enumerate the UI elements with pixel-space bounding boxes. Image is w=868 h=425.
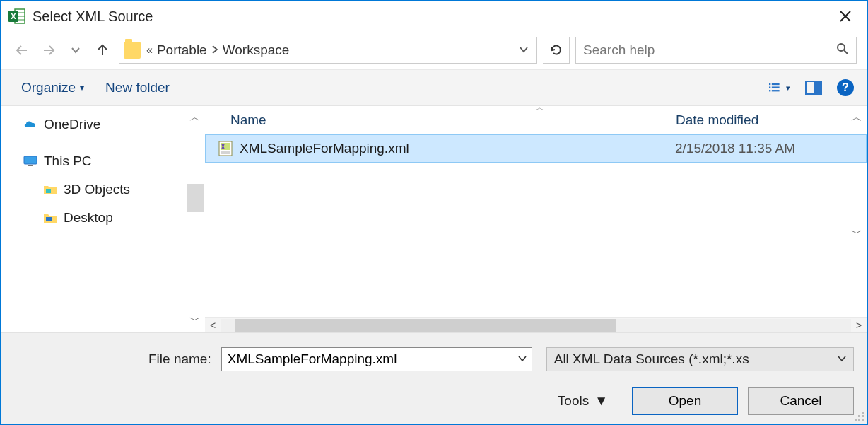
svg-rect-17 <box>769 90 770 91</box>
tree-item-label: OneDrive <box>44 117 100 132</box>
recent-locations-button[interactable] <box>65 40 86 61</box>
file-type-filter[interactable]: All XML Data Sources (*.xml;*.xs <box>546 347 854 371</box>
column-header-name[interactable]: Name <box>205 112 676 128</box>
hscroll-thumb[interactable] <box>235 319 616 332</box>
new-folder-label: New folder <box>105 80 170 95</box>
breadcrumb-part-2[interactable]: Workspace <box>223 42 290 58</box>
filter-caret-icon <box>838 354 846 364</box>
preview-pane-button[interactable] <box>803 77 824 98</box>
chevron-right-icon <box>211 44 218 57</box>
tree-item-3d-objects[interactable]: 3D Objects <box>14 175 205 204</box>
column-header-date[interactable]: Date modified <box>676 112 867 128</box>
close-button[interactable] <box>831 5 860 28</box>
dialog-window: X Select XML Source « Portable <box>0 0 868 425</box>
xml-file-icon <box>206 140 234 157</box>
nav-bar: « Portable Workspace <box>1 31 867 69</box>
tree-item-label: Desktop <box>64 210 113 226</box>
view-options: ▾ ? <box>769 77 854 98</box>
svg-rect-15 <box>769 86 770 88</box>
filter-text: All XML Data Sources (*.xml;*.xs <box>554 351 749 367</box>
tools-caret-icon: ▼ <box>594 393 608 409</box>
search-box[interactable] <box>575 37 857 64</box>
svg-point-11 <box>838 44 845 51</box>
hscroll-left[interactable]: < <box>205 320 221 331</box>
cloud-icon <box>23 117 38 132</box>
file-date: 2/15/2018 11:35 AM <box>675 141 866 156</box>
address-dropdown[interactable] <box>520 45 532 56</box>
open-button[interactable]: Open <box>632 387 738 415</box>
file-name: XMLSampleForMapping.xml <box>234 141 675 156</box>
footer: File name: All XML Data Sources (*.xml;*… <box>1 332 867 424</box>
list-scroll-up[interactable]: ︿ <box>851 110 862 125</box>
pc-icon <box>23 153 38 169</box>
dialog-title: Select XML Source <box>33 8 153 25</box>
filename-input[interactable] <box>221 347 532 371</box>
list-scroll-down[interactable]: ﹀ <box>851 226 862 241</box>
tree-scrollbar-thumb[interactable] <box>187 184 204 212</box>
tree-item-onedrive[interactable]: OneDrive <box>14 110 205 139</box>
svg-rect-18 <box>772 90 780 91</box>
filename-dropdown[interactable] <box>518 354 527 364</box>
command-bar: Organize ▾ New folder ▾ ? <box>1 69 867 106</box>
svg-line-12 <box>844 50 848 54</box>
horizontal-scrollbar[interactable]: < > <box>205 317 867 332</box>
tree-item-label: This PC <box>44 153 92 169</box>
folder-icon <box>124 42 141 59</box>
tree-scroll-down[interactable]: ﹀ <box>189 313 201 328</box>
search-input[interactable] <box>583 42 836 58</box>
breadcrumb-prefix: « <box>146 44 153 57</box>
back-button[interactable] <box>11 40 33 61</box>
file-list: ︿ Name Date modified ︿ XMLSampleForMappi… <box>205 106 867 332</box>
navigation-tree[interactable]: ︿ OneDrive This PC 3D Objects <box>1 106 205 332</box>
file-row[interactable]: XMLSampleForMapping.xml 2/15/2018 11:35 … <box>205 134 867 163</box>
svg-rect-22 <box>28 165 33 166</box>
svg-rect-24 <box>46 217 52 221</box>
filename-label: File name: <box>148 351 211 367</box>
hscroll-right[interactable]: > <box>851 320 867 331</box>
hscroll-track[interactable] <box>221 319 851 332</box>
breadcrumb-part-1[interactable]: Portable <box>157 42 207 58</box>
organize-menu[interactable]: Organize ▾ <box>21 80 84 95</box>
refresh-button[interactable] <box>543 37 570 64</box>
svg-rect-14 <box>772 83 780 85</box>
tools-menu[interactable]: Tools ▼ <box>558 393 608 409</box>
title-bar: X Select XML Source <box>1 1 867 31</box>
new-folder-button[interactable]: New folder <box>105 80 170 95</box>
folder-icon <box>42 182 58 197</box>
forward-button[interactable] <box>38 40 59 61</box>
resize-grip[interactable] <box>854 411 864 421</box>
excel-icon: X <box>7 6 27 26</box>
svg-rect-23 <box>46 189 51 193</box>
svg-rect-16 <box>772 86 780 88</box>
folder-icon <box>42 210 58 226</box>
organize-label: Organize <box>21 80 76 95</box>
column-resize-indicator: ︿ <box>536 102 544 114</box>
svg-rect-26 <box>221 143 230 150</box>
svg-rect-21 <box>24 156 37 164</box>
tree-item-this-pc[interactable]: This PC <box>14 147 205 175</box>
svg-text:X: X <box>11 12 16 21</box>
search-icon[interactable] <box>836 42 849 59</box>
up-button[interactable] <box>92 40 113 61</box>
tools-label: Tools <box>558 393 589 409</box>
help-button[interactable]: ? <box>837 79 854 96</box>
svg-rect-13 <box>769 83 770 85</box>
tree-item-desktop[interactable]: Desktop <box>14 204 205 232</box>
svg-rect-20 <box>814 81 821 94</box>
view-mode-button[interactable]: ▾ <box>769 77 790 98</box>
tree-item-label: 3D Objects <box>64 182 130 197</box>
cancel-button[interactable]: Cancel <box>748 387 854 415</box>
organize-caret-icon: ▾ <box>80 83 84 93</box>
address-bar[interactable]: « Portable Workspace <box>119 37 537 64</box>
main-area: ︿ OneDrive This PC 3D Objects <box>1 106 867 332</box>
tree-scroll-up[interactable]: ︿ <box>189 110 201 125</box>
